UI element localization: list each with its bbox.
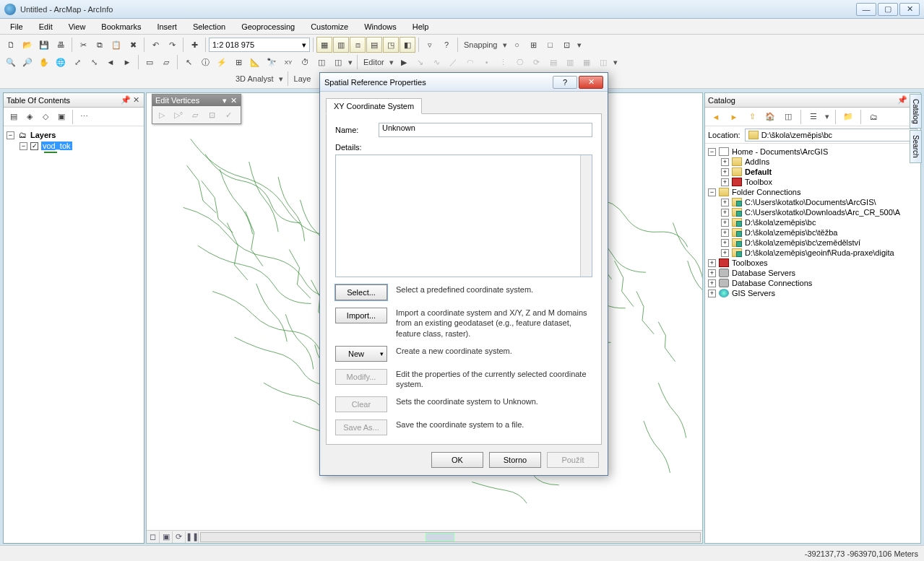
cat-f1[interactable]: C:\Users\kotatko\Downloads\Arc_CR_500\A bbox=[745, 208, 900, 217]
add-data-icon[interactable]: ✚ bbox=[186, 37, 202, 53]
menu-geoprocessing[interactable]: Geoprocessing bbox=[234, 21, 302, 32]
list-drawing-icon[interactable]: ▤ bbox=[7, 110, 21, 124]
editor-more-drop[interactable]: ▾ bbox=[612, 58, 619, 67]
edit-sketch2-icon[interactable]: ▥ bbox=[562, 54, 578, 70]
select-features-icon[interactable]: ▭ bbox=[142, 54, 157, 70]
ev-close-icon[interactable]: ✕ bbox=[229, 96, 238, 105]
menu-file[interactable]: File bbox=[3, 21, 30, 32]
edit-pt-icon[interactable]: • bbox=[479, 54, 495, 70]
cat-toolboxes[interactable]: Toolboxes bbox=[732, 258, 768, 267]
edit-rot-icon[interactable]: ⟳ bbox=[529, 54, 545, 70]
fwd-icon[interactable]: ► bbox=[726, 109, 742, 125]
expand-icon[interactable]: + bbox=[708, 279, 716, 287]
ev-drop-icon[interactable]: ▾ bbox=[220, 96, 229, 105]
cut-icon[interactable]: ✂ bbox=[75, 37, 91, 53]
undo-icon[interactable]: ↶ bbox=[147, 37, 163, 53]
cat-addins[interactable]: AddIns bbox=[745, 157, 769, 166]
open-icon[interactable]: 📂 bbox=[20, 37, 35, 53]
details-textarea[interactable] bbox=[335, 155, 592, 277]
collapse-icon[interactable]: − bbox=[7, 131, 14, 139]
editor-label[interactable]: Editor bbox=[360, 58, 387, 66]
expand-icon[interactable]: + bbox=[721, 158, 729, 166]
edit-arc-icon[interactable]: ◠ bbox=[462, 54, 478, 70]
expand-icon[interactable]: + bbox=[721, 209, 729, 217]
tab-catalog[interactable]: Catalog bbox=[910, 94, 922, 129]
list-drop[interactable]: ▾ bbox=[824, 112, 831, 121]
h-scrollbar[interactable] bbox=[200, 532, 701, 542]
analyst-drop[interactable]: ▾ bbox=[277, 74, 285, 84]
tab-xy-coord[interactable]: XY Coordinate System bbox=[326, 98, 422, 114]
snapping-drop[interactable]: ▾ bbox=[501, 40, 509, 50]
time-slider-icon[interactable]: ⏱ bbox=[297, 54, 313, 70]
select-button[interactable]: Select... bbox=[335, 284, 387, 300]
editor-tool-5[interactable]: ◳ bbox=[383, 37, 399, 53]
cat-f2[interactable]: D:\škola\zeměpis\bc bbox=[745, 218, 816, 227]
edit-attr-icon[interactable]: ▤ bbox=[545, 54, 561, 70]
ev-tool-1[interactable]: ▷ bbox=[154, 108, 170, 122]
cat-f5[interactable]: D:\škola\zeměpis\geoinf\Ruda-praxe\digit… bbox=[745, 248, 894, 257]
viewer-drop[interactable]: ▾ bbox=[347, 58, 354, 67]
maximize-button[interactable]: ▢ bbox=[878, 3, 898, 16]
zoomin-icon[interactable]: 🔍 bbox=[3, 54, 19, 70]
edit-more-icon[interactable]: ◫ bbox=[595, 54, 611, 70]
back-extent-icon[interactable]: ◄ bbox=[103, 54, 118, 70]
snap-circle-icon[interactable]: ○ bbox=[509, 37, 525, 53]
name-input[interactable]: Unknown bbox=[379, 123, 592, 137]
edit-trace-icon[interactable]: ∿ bbox=[429, 54, 445, 70]
tool-a[interactable]: ▿ bbox=[422, 37, 438, 53]
data-view-icon[interactable]: ◻ bbox=[147, 531, 160, 543]
pointer-icon[interactable]: ↖ bbox=[181, 54, 197, 70]
save-icon[interactable]: 💾 bbox=[36, 37, 52, 53]
cat-f0[interactable]: C:\Users\kotatko\Documents\ArcGIS\ bbox=[745, 198, 876, 206]
expand-icon[interactable]: + bbox=[708, 290, 716, 297]
menu-bookmarks[interactable]: Bookmarks bbox=[94, 21, 148, 32]
snap-endpoint-icon[interactable]: ⊞ bbox=[526, 37, 542, 53]
v-scrollbar[interactable] bbox=[580, 155, 592, 277]
menu-insert[interactable]: Insert bbox=[150, 21, 184, 32]
toggle-icon[interactable]: ◫ bbox=[780, 109, 796, 125]
layout-view-icon[interactable]: ▣ bbox=[160, 531, 173, 543]
pin-icon[interactable]: 📌 bbox=[121, 95, 131, 105]
analyst-label[interactable]: 3D Analyst bbox=[233, 74, 277, 83]
editor-tool-3[interactable]: ⧈ bbox=[350, 37, 366, 53]
identify-icon[interactable]: ⓘ bbox=[197, 54, 213, 70]
edit-line-icon[interactable]: ／ bbox=[446, 54, 462, 70]
home-icon[interactable]: 🏠 bbox=[762, 109, 778, 125]
full-extent-icon[interactable]: 🌐 bbox=[53, 54, 69, 70]
cat-dbservers[interactable]: Database Servers bbox=[732, 269, 795, 277]
editor-tool-4[interactable]: ▤ bbox=[366, 37, 382, 53]
menu-selection[interactable]: Selection bbox=[186, 21, 233, 32]
delete-icon[interactable]: ✖ bbox=[125, 37, 141, 53]
expand-icon[interactable]: + bbox=[721, 229, 729, 237]
layer-vodtok[interactable]: vod_tok bbox=[41, 142, 72, 150]
expand-icon[interactable]: + bbox=[708, 259, 716, 267]
cat-default[interactable]: Default bbox=[745, 168, 772, 176]
edit-cut-icon[interactable]: ⎔ bbox=[512, 54, 528, 70]
cancel-button[interactable]: Storno bbox=[489, 452, 541, 468]
menu-customize[interactable]: Customize bbox=[303, 21, 355, 32]
menu-edit[interactable]: Edit bbox=[32, 21, 60, 32]
tree-icon[interactable]: 🗂 bbox=[865, 109, 881, 125]
close-button[interactable]: ✕ bbox=[899, 3, 920, 16]
measure-icon[interactable]: 📐 bbox=[247, 54, 263, 70]
editor-tool-2[interactable]: ▥ bbox=[333, 37, 349, 53]
fwd-extent-icon[interactable]: ► bbox=[119, 54, 135, 70]
fixed-zoomout-icon[interactable]: ⤡ bbox=[86, 54, 102, 70]
collapse-icon[interactable]: − bbox=[20, 142, 27, 150]
editor-drop[interactable]: ▾ bbox=[388, 58, 395, 67]
html-popup-icon[interactable]: ⊞ bbox=[230, 54, 246, 70]
connect-folder-icon[interactable]: 📁 bbox=[840, 109, 856, 125]
clear-select-icon[interactable]: ▱ bbox=[158, 54, 174, 70]
edit-sketch-icon[interactable]: ↘ bbox=[413, 54, 428, 70]
cat-toolbox[interactable]: Toolbox bbox=[745, 178, 772, 186]
import-button[interactable]: Import... bbox=[335, 308, 387, 323]
fixed-zoomin-icon[interactable]: ⤢ bbox=[69, 54, 85, 70]
expand-icon[interactable]: + bbox=[721, 249, 729, 257]
cat-f4[interactable]: D:\škola\zeměpis\bc\zemědělství bbox=[745, 238, 860, 247]
back-icon[interactable]: ◄ bbox=[708, 109, 724, 125]
toc-root[interactable]: Layers bbox=[30, 131, 56, 139]
pin-icon[interactable]: 📌 bbox=[897, 95, 907, 105]
pan-icon[interactable]: ✋ bbox=[36, 54, 52, 70]
scale-combo[interactable]: 1:2 018 975 ▾ bbox=[209, 38, 310, 52]
edit-vertices-toolbar[interactable]: Edit Vertices ▾ ✕ ▷ ▷° ▱ ⊡ ✓ bbox=[152, 94, 241, 124]
